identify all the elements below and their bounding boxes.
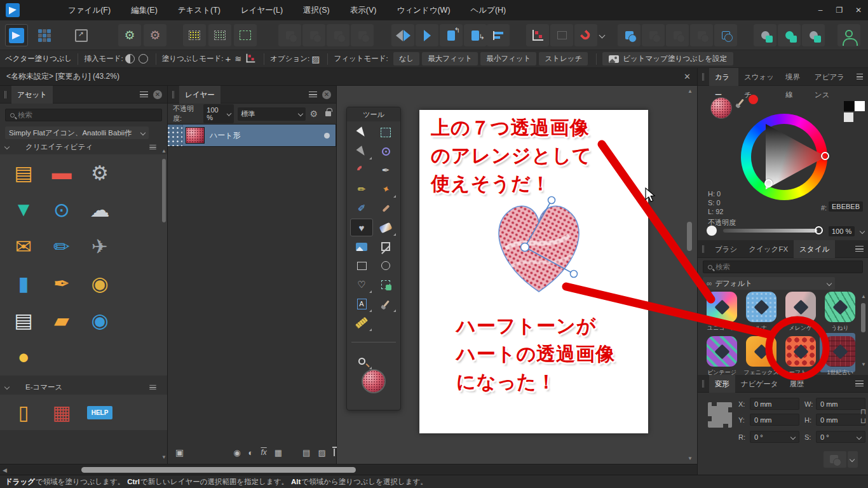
menu-select[interactable]: 選択(S) xyxy=(293,0,340,20)
heart-shape-object[interactable] xyxy=(487,191,591,307)
asset-paper-plane[interactable]: ✈ xyxy=(81,228,119,265)
ruler-tool[interactable] xyxy=(350,314,373,332)
menu-file[interactable]: ファイル(F) xyxy=(58,0,121,20)
fit-max-button[interactable]: 最大フィット xyxy=(422,52,478,65)
checker-layer-icon[interactable]: ▨ xyxy=(318,448,325,458)
link-dimensions-icon[interactable]: ⊓⊔ xyxy=(860,407,865,425)
assets-section-header-ecommerce[interactable]: E-コマース xyxy=(0,379,167,395)
picked-color-dot[interactable] xyxy=(749,95,758,104)
text-tool[interactable]: A xyxy=(350,295,373,313)
paint-brush-tool[interactable]: ✐ xyxy=(350,200,373,217)
assets-search[interactable] xyxy=(5,109,162,121)
document-title[interactable]: <名称未設定> [変更あり] (43.2%) xyxy=(6,71,119,82)
eyedropper-icon[interactable] xyxy=(737,99,744,107)
style-unicorn[interactable]: ユニコーン xyxy=(704,292,740,332)
fill-mode-grid-icon[interactable] xyxy=(245,53,256,65)
tab-styles[interactable]: スタイル xyxy=(794,240,835,258)
scroll-down-icon[interactable]: ▼ xyxy=(861,362,866,367)
tab-appearance[interactable]: アピアランス xyxy=(809,68,857,86)
tab-stroke[interactable]: 境界線 xyxy=(780,68,809,86)
rotate-ccw-button[interactable] xyxy=(440,24,463,46)
asset-pencil[interactable]: ✏ xyxy=(43,228,81,265)
panel-grip-icon[interactable] xyxy=(4,91,6,98)
heart-path[interactable] xyxy=(499,206,579,292)
document-close-icon[interactable]: ✕ xyxy=(684,72,691,81)
panel-grip-icon[interactable] xyxy=(702,380,704,388)
opacity-slider[interactable] xyxy=(723,229,817,233)
fill-mode-plus-icon[interactable]: + xyxy=(225,53,231,64)
insert-mode-icon-1[interactable] xyxy=(125,54,135,64)
adjustment-icon[interactable]: ◐ xyxy=(248,448,254,458)
tab-navigator[interactable]: ナビゲータ xyxy=(735,375,784,393)
insert-behind-button[interactable] xyxy=(754,24,776,46)
export-persona-button[interactable] xyxy=(70,24,93,46)
flip-vertical-button[interactable] xyxy=(416,24,438,46)
snap-shape-button[interactable] xyxy=(234,24,257,46)
canvas-vertical-scrollbar[interactable]: ▲ ▼ xyxy=(686,87,694,463)
tab-transform[interactable]: 変形 xyxy=(709,375,735,393)
fit-stretch-button[interactable]: ストレッチ xyxy=(539,52,588,65)
palette-knife-tool[interactable] xyxy=(374,200,397,217)
scroll-up-icon[interactable]: ▲ xyxy=(861,294,866,299)
mask-icon[interactable]: ◉ xyxy=(233,448,240,458)
asset-envelope[interactable]: ▯ xyxy=(4,395,43,430)
corner-tool[interactable] xyxy=(350,161,373,179)
assets-collection-dropdown[interactable]: Simply Flatアイコン、Anatolli Babii作 xyxy=(5,126,149,139)
asset-help-screen[interactable]: HELP xyxy=(81,395,119,430)
rectangle-tool[interactable] xyxy=(350,257,373,274)
vector-brush-tool[interactable]: ✦ xyxy=(374,180,397,198)
panel-grip-icon[interactable] xyxy=(702,73,704,81)
snap-grid-button-1[interactable] xyxy=(183,24,206,46)
shape-builder-tool[interactable] xyxy=(374,276,397,294)
panel-menu-icon[interactable] xyxy=(140,92,148,97)
panel-close-icon[interactable]: ✕ xyxy=(153,90,162,99)
flip-horizontal-button[interactable] xyxy=(391,24,414,46)
transform-mode-dropdown[interactable] xyxy=(848,451,858,468)
opacity-dropdown[interactable]: 100 % xyxy=(203,104,234,123)
layer-name[interactable]: ハート形 xyxy=(210,130,241,141)
fill-tool-selected[interactable]: ♥ xyxy=(350,219,373,236)
layer-visibility-dot[interactable] xyxy=(324,133,330,139)
settings-button[interactable]: ⚙ xyxy=(144,24,166,46)
zoom-tool[interactable] xyxy=(350,352,373,370)
style-meringue[interactable]: メレンゲ xyxy=(783,292,818,332)
designer-persona-button[interactable] xyxy=(5,24,28,46)
fx-icon[interactable]: fx xyxy=(261,448,266,457)
panel-grip-icon[interactable] xyxy=(172,91,174,98)
asset-watch[interactable]: ⊙ xyxy=(43,191,81,228)
styles-scrollbar-thumb[interactable] xyxy=(861,303,865,332)
scroll-left-icon[interactable]: ◀ xyxy=(3,467,7,473)
tools-panel-title[interactable]: ツール xyxy=(347,107,400,121)
assets-scrollbar-thumb[interactable] xyxy=(162,159,166,222)
style-luna[interactable]: ルナ xyxy=(743,292,779,332)
panel-menu-icon[interactable] xyxy=(309,92,317,97)
w-input[interactable]: 0 mm xyxy=(816,398,865,410)
options-stripes-icon[interactable]: ▨ xyxy=(311,54,320,64)
crop-tool[interactable] xyxy=(374,238,397,255)
account-button[interactable] xyxy=(837,24,860,46)
fit-min-button[interactable]: 最小フィット xyxy=(480,52,536,65)
asset-mail-photo[interactable]: ✉ xyxy=(4,228,43,265)
fill-color-well[interactable] xyxy=(362,369,386,393)
menu-text[interactable]: テキスト(T) xyxy=(168,0,231,20)
insert-mode-icon-2[interactable] xyxy=(139,54,148,64)
snapping-button[interactable] xyxy=(574,24,597,46)
horizontal-scrollbar[interactable]: ◀ xyxy=(0,464,697,475)
transform-anchor-widget[interactable] xyxy=(708,402,732,428)
secondary-color-swatch[interactable] xyxy=(855,101,865,111)
tab-quickfx[interactable]: クイックFX xyxy=(743,240,794,258)
style-picker-tool[interactable] xyxy=(374,295,397,313)
asset-notebook[interactable]: ▤ xyxy=(4,302,43,339)
y-input[interactable]: 0 mm xyxy=(750,414,799,426)
lock-icon[interactable] xyxy=(325,111,331,116)
boolean-divide-button[interactable] xyxy=(714,24,737,46)
styles-search[interactable] xyxy=(703,261,863,273)
r-input[interactable]: 0 ° xyxy=(750,431,799,443)
ellipse-tool[interactable] xyxy=(374,257,397,274)
h-input[interactable]: 0 mm xyxy=(816,414,865,426)
panel-menu-icon[interactable] xyxy=(855,246,864,252)
move-tool[interactable] xyxy=(350,123,373,141)
chevron-down-icon[interactable] xyxy=(860,229,865,234)
styles-category-dropdown[interactable]: ∞ デフォルト xyxy=(703,277,835,290)
pencil-tool[interactable]: ✏ xyxy=(350,180,373,198)
